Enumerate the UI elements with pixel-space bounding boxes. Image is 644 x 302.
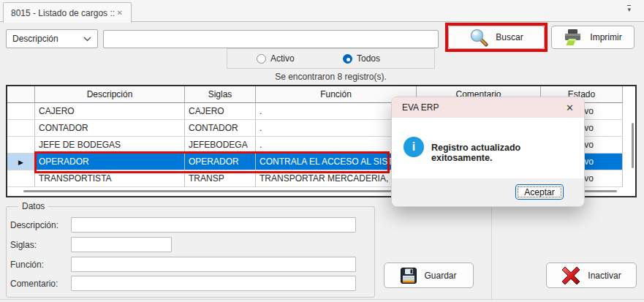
- search-field-selector[interactable]: Descripción: [6, 29, 98, 48]
- dialog-titlebar[interactable]: EVA ERP ✕: [392, 97, 584, 118]
- siglas-label: Siglas:: [10, 240, 69, 250]
- row-selector-cell[interactable]: ▶: [7, 154, 35, 170]
- comentario-label: Comentario:: [10, 279, 69, 289]
- magnifier-icon: [469, 28, 488, 47]
- inactivar-button[interactable]: Inactivar: [546, 263, 637, 288]
- grid-header-descripcion[interactable]: Descripción: [35, 86, 185, 103]
- row-selector-cell[interactable]: [7, 103, 35, 120]
- search-field-selector-value: Descripción: [12, 34, 58, 44]
- cell-descripcion[interactable]: JEFE DE BODEGAS: [35, 137, 185, 154]
- radio-todos-label: Todos: [357, 53, 380, 64]
- tab-title: 8015 - Listado de cargos ::.: [11, 8, 115, 18]
- cell-siglas[interactable]: TRANSP: [185, 170, 256, 187]
- tab-strip: 8015 - Listado de cargos ::. ✕ ▾: [0, 0, 644, 22]
- guardar-button-label: Guardar: [424, 271, 456, 281]
- search-input[interactable]: [103, 30, 439, 48]
- grid-header-siglas[interactable]: Siglas: [185, 86, 256, 103]
- dialog-title: EVA ERP: [402, 102, 439, 113]
- dialog-message: Registro actualizado exitosamente.: [431, 143, 578, 163]
- chevron-down-icon: [83, 37, 91, 42]
- funcion-label: Función:: [10, 260, 69, 270]
- grid-vertical-scrollbar[interactable]: [632, 123, 634, 168]
- tab-close-icon[interactable]: ✕: [115, 7, 125, 18]
- tab-listado-de-cargos[interactable]: 8015 - Listado de cargos ::. ✕: [3, 2, 132, 23]
- aceptar-button[interactable]: Aceptar: [515, 184, 564, 200]
- filter-group: Activo Todos: [227, 48, 435, 69]
- buscar-button[interactable]: Buscar: [448, 26, 545, 49]
- cell-siglas[interactable]: CAJERO: [185, 103, 256, 120]
- grid-header-selector: [7, 86, 35, 103]
- red-x-icon: [561, 266, 580, 285]
- current-row-arrow-icon: ▶: [18, 159, 23, 166]
- radio-todos[interactable]: Todos: [343, 49, 380, 68]
- imprimir-button-label: Imprimir: [590, 32, 621, 42]
- descripcion-field[interactable]: [71, 217, 356, 233]
- cell-siglas[interactable]: CONTADOR: [185, 120, 256, 137]
- buscar-button-label: Buscar: [496, 32, 523, 42]
- message-dialog: EVA ERP ✕ i Registro actualizado exitosa…: [391, 97, 585, 207]
- funcion-field[interactable]: [71, 257, 356, 272]
- cell-siglas[interactable]: OPERADOR: [185, 154, 256, 170]
- bottom-panel-divider: [491, 208, 492, 299]
- dialog-footer: Aceptar: [392, 178, 584, 206]
- cell-descripcion[interactable]: TRANSPORTISTA: [35, 170, 185, 187]
- siglas-field[interactable]: [71, 237, 172, 252]
- row-selector-cell[interactable]: [7, 170, 35, 187]
- window-bottom-border: [0, 299, 644, 300]
- dialog-close-icon[interactable]: ✕: [563, 101, 577, 115]
- comentario-field[interactable]: [71, 276, 356, 291]
- cell-descripcion[interactable]: CAJERO: [35, 103, 185, 120]
- radio-activo[interactable]: Activo: [257, 49, 295, 68]
- cell-siglas[interactable]: JEFEBODEGA: [185, 137, 256, 154]
- imprimir-button[interactable]: Imprimir: [551, 26, 634, 49]
- tab-overflow-icon[interactable]: ▾: [627, 5, 631, 13]
- app-window: 8015 - Listado de cargos ::. ✕ ▾ Descrip…: [0, 0, 644, 302]
- save-icon: [401, 268, 417, 284]
- radio-activo-label: Activo: [270, 53, 295, 64]
- cell-descripcion[interactable]: OPERADOR: [35, 154, 185, 170]
- guardar-button[interactable]: Guardar: [384, 263, 474, 288]
- cell-descripcion[interactable]: CONTADOR: [35, 120, 185, 137]
- printer-icon: [564, 29, 583, 46]
- row-selector-cell[interactable]: [7, 120, 35, 137]
- results-count-text: Se encontraron 8 registro(s).: [227, 72, 435, 82]
- radio-todos-circle[interactable]: [343, 54, 352, 64]
- radio-activo-circle[interactable]: [257, 54, 266, 64]
- datos-legend: Datos: [18, 201, 48, 211]
- descripcion-label: Descripción:: [10, 220, 69, 230]
- info-icon: i: [404, 137, 424, 157]
- row-selector-cell[interactable]: [7, 137, 35, 154]
- inactivar-button-label: Inactivar: [588, 271, 621, 281]
